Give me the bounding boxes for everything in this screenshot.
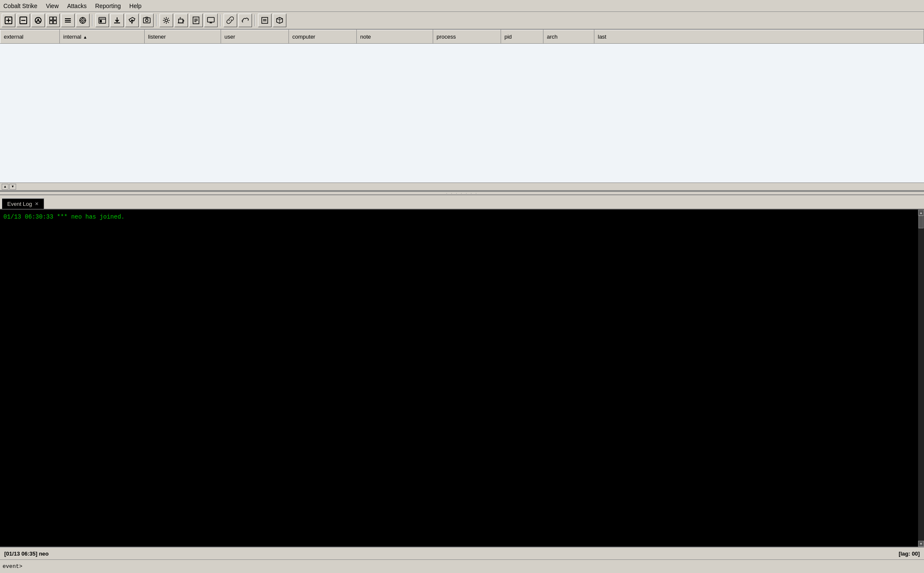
col-external[interactable]: external (0, 30, 60, 44)
tab-event-log[interactable]: Event Log ✕ (2, 198, 44, 209)
svg-point-6 (37, 19, 39, 20)
menu-help[interactable]: Help (128, 2, 143, 10)
console-star: *** (57, 213, 71, 220)
scrollbar-track (918, 216, 924, 541)
box-button[interactable] (273, 14, 286, 27)
pane-down-arrow[interactable]: ▼ (9, 184, 16, 190)
screenshot-button[interactable] (140, 14, 154, 27)
console-area: 01/13 06:30:33 *** neo has joined. ▲ ▼ (0, 209, 924, 547)
sort-arrow-internal: ▲ (83, 35, 87, 39)
console-timestamp: 01/13 06:30:33 (3, 213, 53, 220)
svg-rect-8 (53, 17, 56, 20)
tab-event-log-close[interactable]: ✕ (35, 202, 39, 206)
menu-attacks[interactable]: Attacks (65, 2, 88, 10)
toolbar-separator-1 (92, 14, 93, 26)
beacon-table: external internal▲ listener user compute… (0, 30, 924, 44)
console-line-0: 01/13 06:30:33 *** neo has joined. (3, 212, 921, 222)
toolbar-separator-2 (156, 14, 157, 26)
status-user: [01/13 06:35] neo (4, 551, 49, 557)
console-username: neo (71, 213, 82, 220)
svg-point-27 (146, 19, 148, 22)
console-output: 01/13 06:30:33 *** neo has joined. (0, 210, 924, 547)
svg-rect-9 (50, 21, 53, 24)
beacon-table-pane: external internal▲ listener user compute… (0, 30, 924, 191)
svg-rect-26 (143, 18, 150, 23)
menu-cobalt-strike[interactable]: Cobalt Strike (2, 2, 39, 10)
shift-view-button[interactable] (46, 14, 60, 27)
svg-point-25 (131, 20, 133, 21)
targets-button[interactable] (76, 14, 90, 27)
pane-up-arrow[interactable]: ▲ (2, 184, 8, 190)
svg-rect-7 (50, 17, 53, 20)
link-button[interactable] (224, 14, 237, 27)
list-button[interactable] (61, 14, 75, 27)
svg-rect-35 (207, 17, 214, 22)
table-empty-area (0, 44, 924, 183)
divider-dots: · · · · · · · (446, 191, 478, 196)
col-arch[interactable]: arch (543, 30, 594, 44)
col-user[interactable]: user (221, 30, 289, 44)
disconnect-button[interactable] (17, 14, 30, 27)
col-last[interactable]: last (594, 30, 924, 44)
console-scrollbar: ▲ ▼ (918, 210, 924, 547)
col-pid[interactable]: pid (501, 30, 543, 44)
event-input[interactable] (24, 563, 921, 570)
web-log-button[interactable] (95, 14, 109, 27)
svg-rect-38 (262, 17, 268, 23)
settings-button[interactable] (160, 14, 173, 27)
scrollbar-thumb[interactable] (918, 216, 924, 228)
status-lag: [lag: 00] (899, 551, 920, 557)
scrollbar-down[interactable]: ▼ (918, 541, 924, 547)
pane-controls: ▲ ▼ (0, 183, 924, 190)
status-bar: [01/13 06:35] neo [lag: 00] (0, 547, 924, 559)
toolbar (0, 12, 924, 30)
display-button[interactable] (204, 14, 218, 27)
col-process[interactable]: process (433, 30, 501, 44)
scrollbar-up[interactable]: ▲ (918, 210, 924, 216)
menu-reporting[interactable]: Reporting (93, 2, 123, 10)
manage-button[interactable] (125, 14, 139, 27)
input-bar: event> (0, 559, 924, 573)
coffee-button[interactable] (174, 14, 188, 27)
svg-point-29 (165, 19, 168, 22)
listeners-button[interactable] (31, 14, 45, 27)
svg-point-16 (82, 20, 84, 21)
pane-divider[interactable]: · · · · · · · (0, 191, 924, 195)
toolbar-separator-4 (255, 14, 255, 26)
log-button[interactable] (258, 14, 272, 27)
menu-view[interactable]: View (44, 2, 60, 10)
menu-bar: Cobalt Strike View Attacks Reporting Hel… (0, 0, 924, 12)
tab-event-log-label: Event Log (7, 201, 32, 207)
col-note[interactable]: note (357, 30, 433, 44)
new-connection-button[interactable] (2, 14, 15, 27)
col-internal[interactable]: internal▲ (60, 30, 145, 44)
toolbar-separator-3 (220, 14, 221, 26)
notes-button[interactable] (189, 14, 203, 27)
console-joined-text: has joined. (85, 213, 124, 220)
col-listener[interactable]: listener (145, 30, 221, 44)
svg-rect-10 (53, 21, 56, 24)
col-computer[interactable]: computer (289, 30, 357, 44)
download-button[interactable] (110, 14, 124, 27)
tab-bar: Event Log ✕ (0, 195, 924, 209)
event-prompt: event> (3, 563, 22, 570)
bottom-pane: Event Log ✕ 01/13 06:30:33 *** neo has j… (0, 195, 924, 573)
cloud-button[interactable] (238, 14, 252, 27)
svg-rect-23 (100, 20, 102, 22)
